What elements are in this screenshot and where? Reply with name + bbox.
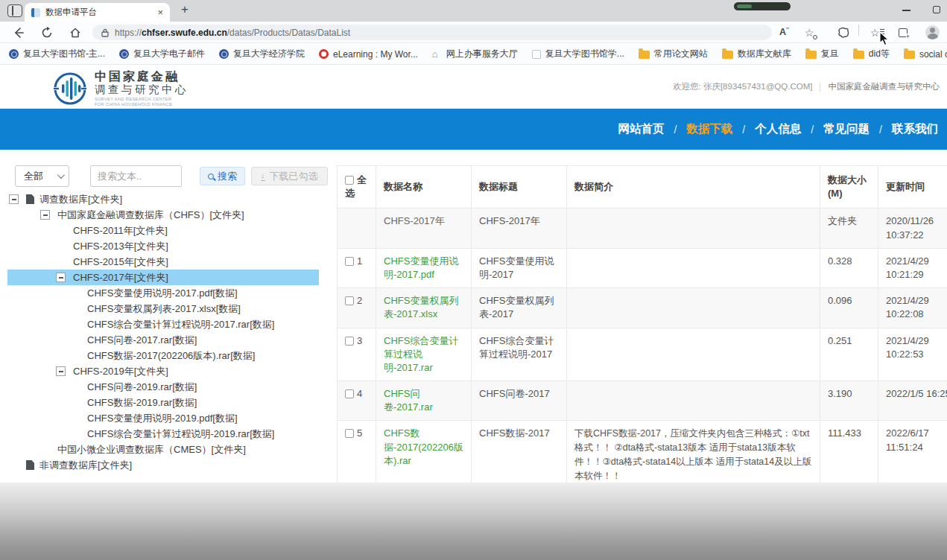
bookmark-item[interactable]: 复旦大学电子邮件 <box>119 48 205 60</box>
tree-item[interactable]: CHFS问卷-2017.rar[数据] <box>7 332 319 348</box>
new-tab-button[interactable]: + <box>181 2 189 17</box>
site-icon <box>532 50 541 59</box>
bookmark-item[interactable]: 复旦大学图书馆-主... <box>9 48 105 60</box>
row-checkbox[interactable] <box>345 257 354 266</box>
address-bar[interactable]: https://chfser.swufe.edu.cn/datas/Produc… <box>92 25 772 40</box>
org-link[interactable]: 中国家庭金融调查与研究中心 <box>828 81 940 92</box>
tree-item-label: CHFS变量使用说明-2017.pdf[数据] <box>87 287 238 300</box>
data-file-link[interactable]: CHFS综合变量计算过程说明-2017.rar <box>384 335 458 373</box>
data-file-link[interactable]: CHFS变量使用说明-2017.pdf <box>384 255 458 280</box>
nav-item-3[interactable]: 个人信息 <box>755 121 801 137</box>
tree-item[interactable]: CHFS变量使用说明-2019.pdf[数据] <box>7 410 319 426</box>
tree-item[interactable]: CHFS综合变量计算过程说明-2017.rar[数据] <box>7 316 319 332</box>
row-checkbox[interactable] <box>345 389 354 398</box>
bookmark-item[interactable]: eLearning : My Wor... <box>319 49 418 60</box>
data-file-link[interactable]: CHFS数据-2017(202206版本).rar <box>384 427 463 465</box>
extension-icon[interactable] <box>837 25 849 40</box>
logo-english-line1: SURVEY AND RESEARCH CENTER <box>95 97 189 102</box>
bookmark-item[interactable]: social capital <box>904 49 947 60</box>
tree-item[interactable]: CHFS综合变量计算过程说明-2019.rar[数据] <box>7 426 319 442</box>
tree-item-label: CHFS-2013年[文件夹] <box>73 240 168 253</box>
row-number: 4 <box>357 388 362 399</box>
tree-item[interactable]: CHFS-2017年[文件夹] <box>7 270 319 285</box>
cell-size: 0.251 <box>820 328 878 381</box>
collections-icon[interactable] <box>899 25 908 40</box>
cell-size: 3.190 <box>820 381 878 421</box>
browser-tab[interactable]: 数据申请平台 × <box>25 3 170 22</box>
download-selected-button[interactable]: ↓ 下载已勾选 <box>251 167 328 185</box>
row-number: 2 <box>357 295 362 306</box>
select-all-checkbox[interactable] <box>345 176 354 185</box>
tree-item[interactable]: CHFS数据-2019.rar[数据] <box>7 395 319 410</box>
row-checkbox[interactable] <box>345 337 354 346</box>
site-icon <box>9 49 19 59</box>
tree-item[interactable]: 中国家庭金融调查数据库（CHFS）[文件夹] <box>7 207 319 223</box>
favorites-icon[interactable]: ☆ <box>870 25 880 40</box>
table-body: CHFS-2017年CHFS-2017年文件夹2020/11/26 10:37:… <box>338 209 947 518</box>
nav-separator: / <box>811 124 814 136</box>
bookmark-item[interactable]: 数据库文献库 <box>722 48 791 60</box>
read-aloud-icon[interactable]: Aʼʼ <box>779 25 789 40</box>
tree-collapse-icon[interactable] <box>9 194 19 204</box>
add-favorite-icon[interactable]: ☆ <box>805 25 814 40</box>
tree-item[interactable]: CHFS-2011年[文件夹] <box>7 223 319 238</box>
url-scheme: https:// <box>115 28 142 38</box>
tree-item[interactable]: 非调查数据库[文件夹] <box>7 457 319 473</box>
bookmark-item[interactable]: 常用论文网站 <box>639 48 708 60</box>
tree-item[interactable]: 中国小微企业调查数据库（CMES）[文件夹] <box>7 442 319 457</box>
tree-collapse-icon[interactable] <box>56 366 66 376</box>
profile-avatar[interactable] <box>925 25 940 40</box>
tree-item[interactable]: CHFS数据-2017(202206版本).rar[数据] <box>7 348 319 363</box>
category-select[interactable]: 全部 <box>15 165 69 187</box>
cell-title: CHFS综合变量计算过程说明-2017 <box>472 328 567 381</box>
row-checkbox[interactable] <box>345 296 354 305</box>
cell-select: 4 <box>338 381 376 421</box>
titlebar: 数据申请平台 × + <box>0 0 947 22</box>
data-table: 全选 数据名称 数据标题 数据简介 数据大小(M) 更新时间 CHFS-2017… <box>337 165 947 518</box>
cell-time: 2021/4/29 10:21:29 <box>878 248 947 287</box>
cell-name: CHFS变量权属列表-2017.xlsx <box>376 288 472 328</box>
cell-name: CHFS变量使用说明-2017.pdf <box>376 248 472 287</box>
cell-title: CHFS变量权属列表-2017 <box>472 288 567 328</box>
bookmark-item[interactable]: ⌂ 网上办事服务大厅 <box>432 48 518 60</box>
tree-item[interactable]: CHFS变量权属列表-2017.xlsx[数据] <box>7 301 319 316</box>
chevron-down-icon <box>57 171 65 179</box>
tree-collapse-icon[interactable] <box>40 210 50 220</box>
nav-item-2[interactable]: 数据下载 <box>686 121 732 137</box>
tree-item[interactable]: CHFS-2019年[文件夹] <box>7 363 319 379</box>
tree-item[interactable]: CHFS问卷-2019.rar[数据] <box>7 379 319 395</box>
nav-item-1[interactable]: 网站首页 <box>618 121 664 137</box>
bookmark-item[interactable]: 复旦 <box>805 48 839 60</box>
bookmark-item[interactable]: did等 <box>853 48 890 60</box>
bookmark-label: 复旦大学经济学院 <box>233 48 305 60</box>
nav-separator: / <box>742 124 745 136</box>
bookmark-item[interactable]: 复旦大学图书馆学... <box>532 48 624 60</box>
row-checkbox[interactable] <box>345 429 354 438</box>
tab-actions-icon[interactable] <box>7 4 22 17</box>
bookmark-label: 网上办事服务大厅 <box>446 48 518 60</box>
tree-item[interactable]: CHFS变量使用说明-2017.pdf[数据] <box>7 285 319 301</box>
tree-item-label: CHFS变量权属列表-2017.xlsx[数据] <box>87 302 241 316</box>
bookmark-item[interactable]: 复旦大学经济学院 <box>219 48 305 60</box>
reload-icon[interactable] <box>40 26 54 39</box>
url-host: chfser.swufe.edu.cn <box>142 28 227 38</box>
back-icon[interactable] <box>12 26 25 39</box>
lock-icon <box>101 28 109 37</box>
data-file-link[interactable]: CHFS问卷-2017.rar <box>384 388 433 413</box>
home-icon[interactable] <box>69 26 82 39</box>
nav-item-4[interactable]: 常见问题 <box>823 121 870 137</box>
tree-item[interactable]: 调查数据库[文件夹] <box>7 191 319 207</box>
tree-item[interactable]: CHFS-2013年[文件夹] <box>7 238 319 254</box>
data-file-link[interactable]: CHFS变量权属列表-2017.xlsx <box>384 295 458 319</box>
tree-collapse-icon[interactable] <box>56 273 66 282</box>
search-input[interactable] <box>90 165 182 187</box>
bookmark-label: social capital <box>919 49 947 60</box>
maximize-button[interactable] <box>933 6 940 13</box>
tree-item[interactable]: CHFS-2015年[文件夹] <box>7 254 319 270</box>
site-logo[interactable]: 中国家庭金融 调查与研究中心 SURVEY AND RESEARCH CENTE… <box>52 70 189 107</box>
nav-item-5[interactable]: 联系我们 <box>892 121 938 137</box>
minimize-button[interactable] <box>902 10 910 11</box>
tab-close-icon[interactable]: × <box>157 7 163 18</box>
header-title: 数据标题 <box>472 166 567 209</box>
search-button[interactable]: 搜索 <box>200 167 245 185</box>
